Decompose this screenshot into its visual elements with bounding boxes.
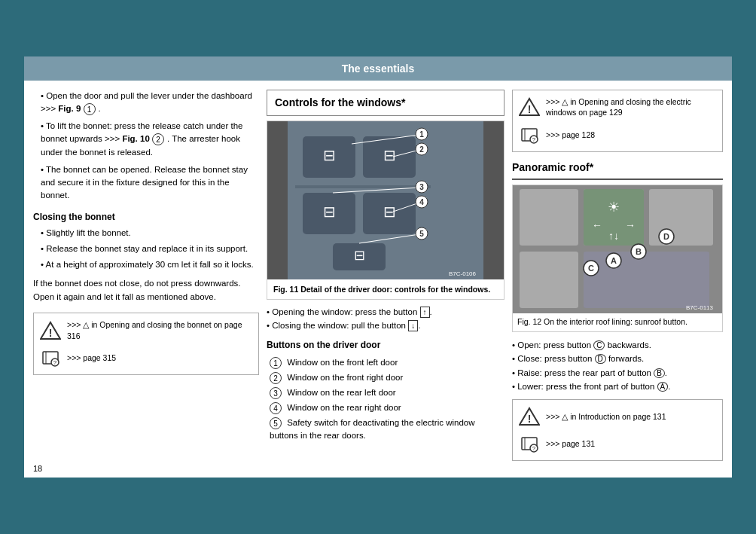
panoramic-bullets: • Open: press button C backwards. • Clos… <box>512 338 723 394</box>
book-icon-right-top: ? <box>519 124 540 145</box>
svg-text:⊟: ⊟ <box>383 147 396 163</box>
svg-text:!: ! <box>528 413 532 425</box>
roof-caption: Fig. 12 On the interior roof lining: sun… <box>513 313 722 331</box>
svg-text:A: A <box>611 256 617 265</box>
para-2: To lift the bonnet: press the release ca… <box>33 120 259 159</box>
right-book-row-bottom: ? >>> page 131 <box>519 433 716 454</box>
para-1: Open the door and pull the lever under t… <box>33 90 259 116</box>
closing-bullet-3: At a height of approximately 30 cm let i… <box>33 258 259 271</box>
list-item-3: 3 Window on the rear left door <box>267 386 505 399</box>
book-icon-left: ? <box>40 347 61 368</box>
left-warning-row: ! >>> △ in Opening and closing the bonne… <box>40 319 252 341</box>
window-controls-svg: ⊟ ⊟ 1 2 ⊟ <box>267 121 504 279</box>
svg-text:B7C-0113: B7C-0113 <box>686 304 714 311</box>
panoramic-figure: ☀ ← → ↑↓ A B C D <box>512 185 723 332</box>
svg-text:→: → <box>625 219 636 231</box>
pano-bullet-3: • Raise: press the rear part of button B… <box>512 366 723 380</box>
panoramic-section: Panoramic roof* <box>512 160 723 461</box>
svg-text:?: ? <box>532 136 536 143</box>
closing-bullet-2: Release the bonnet stay and replace it i… <box>33 243 259 255</box>
window-controls-image: ⊟ ⊟ 1 2 ⊟ <box>267 121 504 279</box>
svg-text:⊟: ⊟ <box>354 248 365 263</box>
list-item-1: 1 Window on the front left door <box>267 356 505 369</box>
right-top-note-box: ! >>> △ in Opening and closing the elect… <box>512 90 723 152</box>
warning-icon-right-bottom: ! <box>519 406 540 427</box>
para-3: The bonnet can be opened. Release the bo… <box>33 163 259 203</box>
closing-bonnet-heading: Closing the bonnet <box>33 210 259 224</box>
right-book-row-top: ? >>> page 128 <box>519 124 716 145</box>
closing-text: • Closing the window: pull the button ↓. <box>267 319 505 332</box>
panoramic-heading: Panoramic roof* <box>512 160 723 180</box>
fig-caption-text: Detail of the driver door: controls for … <box>300 285 490 294</box>
pano-bullet-1: • Open: press button C backwards. <box>512 338 723 352</box>
closing-bonnet-bullets: Slightly lift the bonnet. Release the bo… <box>33 227 259 272</box>
page-number: 18 <box>33 464 42 473</box>
svg-text:!: ! <box>49 327 53 339</box>
pano-bullet-4: • Lower: press the front part of button … <box>512 380 723 393</box>
left-warning-text: >>> △ in Opening and closing the bonnet … <box>67 319 252 341</box>
book-icon-right-bottom: ? <box>519 433 540 454</box>
svg-text:C: C <box>588 264 594 273</box>
svg-text:5: 5 <box>419 230 424 238</box>
right-warning-text-bottom: >>> △ in Introduction on page 131 <box>546 411 666 423</box>
middle-column: Controls for the windows* ⊟ ⊟ <box>267 90 505 469</box>
svg-rect-45 <box>584 252 709 308</box>
svg-rect-44 <box>520 252 578 308</box>
roof-fig-label: Fig. 12 <box>517 317 541 326</box>
left-book-row: ? >>> page 315 <box>40 347 252 368</box>
text-block: Open the door and pull the lever under t… <box>33 90 259 203</box>
opening-text: • Opening the window: press the button ↑… <box>267 306 505 319</box>
svg-text:2: 2 <box>419 145 424 154</box>
right-warning-row-bottom: ! >>> △ in Introduction on page 131 <box>519 406 716 427</box>
list-item-5: 5 Safety switch for deactivating the ele… <box>267 417 505 441</box>
svg-text:B7C-0106: B7C-0106 <box>449 270 477 277</box>
opening-closing-text: • Opening the window: press the button ↑… <box>267 306 505 332</box>
svg-text:↑↓: ↑↓ <box>608 230 619 242</box>
svg-text:?: ? <box>532 445 536 452</box>
svg-text:!: ! <box>528 103 532 115</box>
roof-fig-caption-text: On the interior roof lining: sunroof but… <box>544 317 687 326</box>
page-container: The essentials Open the door and pull th… <box>24 56 732 478</box>
svg-text:⊟: ⊟ <box>323 203 336 220</box>
warning-icon-right-top: ! <box>519 96 540 117</box>
right-warning-row-top: ! >>> △ in Opening and closing the elect… <box>519 96 716 118</box>
fig-label: Fig. 11 <box>273 285 298 294</box>
left-book-text: >>> page 315 <box>67 352 116 364</box>
numbered-list: 1 Window on the front left door 2 Window… <box>267 356 505 441</box>
header-title: The essentials <box>342 63 415 75</box>
closing-bullet-1: Slightly lift the bonnet. <box>33 227 259 240</box>
svg-text:4: 4 <box>419 198 424 206</box>
warning-icon: ! <box>40 320 61 341</box>
svg-text:1: 1 <box>419 130 424 139</box>
panoramic-image: ☀ ← → ↑↓ A B C D <box>513 185 722 313</box>
buttons-heading: Buttons on the driver door <box>267 338 505 352</box>
svg-text:?: ? <box>53 359 57 366</box>
svg-text:←: ← <box>592 219 602 231</box>
list-item-2: 2 Window on the front right door <box>267 371 505 384</box>
svg-rect-41 <box>520 189 578 246</box>
right-warning-text-top: >>> △ in Opening and closing the electri… <box>546 96 716 118</box>
svg-text:B: B <box>636 247 642 256</box>
right-book-text-bottom: >>> page 131 <box>546 438 595 450</box>
left-column: Open the door and pull the lever under t… <box>33 90 259 469</box>
right-bottom-note-box: ! >>> △ in Introduction on page 131 ? >>… <box>512 399 723 461</box>
svg-text:☀: ☀ <box>608 200 620 215</box>
controls-section-title: Controls for the windows* <box>267 90 505 116</box>
svg-text:3: 3 <box>419 183 424 191</box>
svg-text:D: D <box>663 232 669 241</box>
page-content: Open the door and pull the lever under t… <box>24 81 732 478</box>
window-controls-figure: ⊟ ⊟ 1 2 ⊟ <box>267 121 505 301</box>
pano-bullet-2: • Close: press button D forwards. <box>512 352 723 365</box>
window-controls-caption: Fig. 11 Detail of the driver door: contr… <box>267 279 504 300</box>
page-header: The essentials <box>24 56 732 81</box>
closing-note-para: If the bonnet does not close, do not pre… <box>33 277 259 304</box>
panoramic-svg: ☀ ← → ↑↓ A B C D <box>513 185 722 313</box>
svg-text:⊟: ⊟ <box>323 147 336 163</box>
left-note-box: ! >>> △ in Opening and closing the bonne… <box>33 313 259 375</box>
right-column: ! >>> △ in Opening and closing the elect… <box>512 90 723 469</box>
list-item-4: 4 Window on the rear right door <box>267 401 505 414</box>
right-book-text-top: >>> page 128 <box>546 130 595 141</box>
